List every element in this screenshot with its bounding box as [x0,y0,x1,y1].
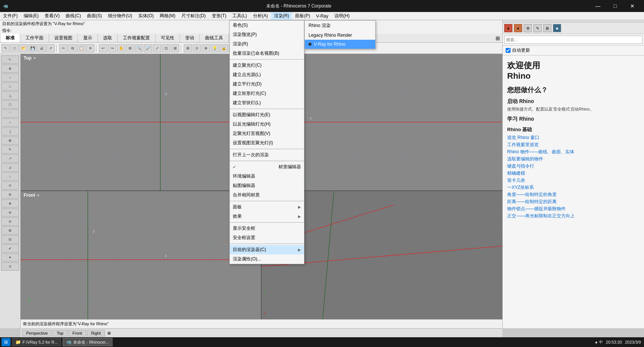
tool-zoom-win[interactable]: ⊞ [126,44,134,52]
menu-subd[interactable]: 细分物件(U) [105,12,135,20]
menu-panels[interactable]: 面板 ▶ [230,202,304,212]
tool-lock[interactable]: 🔒 [220,44,228,52]
menu-analyze[interactable]: 分析(A) [250,12,271,20]
close-button[interactable]: ✕ [624,0,641,12]
left-tool-18[interactable]: ⊜ [1,208,19,217]
tool-paste[interactable]: 📋 [77,44,85,52]
left-tool-6[interactable]: ⬡ [1,100,19,109]
menu-tools[interactable]: 工具(L) [229,12,250,20]
left-tool-19[interactable]: ⊝ [1,217,19,226]
tab-select[interactable]: 选取 [98,34,118,42]
menu-effects[interactable]: 效果 ▶ [230,212,304,221]
menu-surface[interactable]: 曲面(S) [84,12,105,20]
right-panel-search-input[interactable] [504,36,643,44]
link-rhino-objects[interactable]: Rhino 物件——曲线、曲面、实体 [507,149,640,155]
left-tool-4[interactable]: □ [1,82,19,91]
menu-render-now[interactable]: 渲染(R) [230,39,304,49]
tool-select[interactable]: ↖ [1,44,10,52]
submenu-rhino-render[interactable]: Rhino 渲染 [305,21,375,31]
rp-icon-3[interactable]: ⚙ [524,24,532,32]
link-xyz[interactable]: 一XYZ坐标系 [507,184,640,191]
link-precise[interactable]: 精确建模 [507,170,640,176]
tool-zoom-out[interactable]: 🔎 [144,44,152,52]
menu-current-renderer[interactable]: 目前的渲染器(C) ▶ [230,245,304,254]
left-tool-24[interactable]: ⛭ [1,262,19,271]
menu-open-last-render[interactable]: 打开上一次的渲染 [230,150,304,160]
vp-tab-perspective[interactable]: Perspective [22,330,52,337]
tool-redo[interactable]: ↪ [108,44,116,52]
link-keyboard[interactable]: 键盘与指令行 [507,163,640,169]
menu-dim[interactable]: 尺寸标注(D) [178,12,209,20]
menu-material-editor[interactable]: 材质编辑器 [230,162,304,172]
menu-vray[interactable]: V-Ray [313,13,331,19]
menu-texture-editor[interactable]: 贴图编辑器 [230,181,304,190]
vp-tab-add-icon[interactable]: ⊕ [106,330,112,337]
vp-tab-right[interactable]: Right [87,330,105,337]
menu-transform[interactable]: 变形(T) [209,12,229,20]
left-tool-3[interactable]: ○ [1,73,19,82]
tool-undo[interactable]: ↩ [99,44,107,52]
submenu-legacy-render[interactable]: Legacy Rhino Render [305,31,375,40]
maximize-button[interactable]: □ [607,0,624,12]
auto-update-checkbox[interactable] [506,48,511,53]
rp-icon-1[interactable]: ● [504,24,512,32]
tool-light[interactable]: 💡 [211,44,219,52]
link-angle[interactable]: 角度——绘制特定的角度 [507,191,640,198]
menu-safebox-settings[interactable]: 安全框设置 [230,233,304,242]
tab-visibility[interactable]: 可见性 [156,34,180,42]
tab-standard[interactable]: 标准 [0,34,20,42]
menu-render-properties[interactable]: 渲染属性(O)... [230,254,304,264]
viewport-front[interactable]: x y x y Front ▼ [21,191,262,328]
rp-icon-5[interactable]: ⊞ [543,24,551,32]
left-tool-5[interactable]: △ [1,91,19,100]
left-tool-21[interactable]: ⊟ [1,235,19,244]
panel-toggle-icon[interactable]: ⊞ [493,35,502,41]
minimize-button[interactable]: — [589,0,607,12]
tool-copy[interactable]: ⧉ [68,44,76,52]
submenu-vray[interactable]: V-Ray for Rhino [305,40,375,49]
tab-setview[interactable]: 设置视图 [49,34,78,42]
rp-icon-4[interactable]: ✎ [533,24,542,32]
menu-merge-materials[interactable]: 合并相同材质 [230,190,304,200]
left-tool-23[interactable]: ✦ [1,253,19,262]
link-cartesian[interactable]: 笛卡儿坐 [507,177,640,184]
rp-icon-2[interactable]: ● [514,24,522,32]
menu-shading[interactable]: 着色(S) [230,21,304,30]
left-tool-15[interactable]: ⊙ [1,181,19,190]
left-tool-20[interactable]: ⊞ [1,226,19,235]
tab-transform[interactable]: 变动 [180,34,200,42]
menu-edit-light-refl[interactable]: 以反光编辑灯光(H) [230,120,304,129]
menu-edit[interactable]: 编辑(E) [21,12,42,20]
menu-show-safebox[interactable]: 显示安全框 [230,224,304,233]
menu-add-tubelight[interactable]: 建立管状灯(L) [230,98,304,108]
menu-add-dirlight[interactable]: 建立平行光(D) [230,79,304,89]
left-tool-9[interactable]: ∫ [1,127,19,136]
tab-workplane[interactable]: 工作平面 [20,34,49,42]
rp-icon-6[interactable]: ■ [553,24,561,32]
tool-zoom-all[interactable]: ⊞ [171,44,179,52]
left-tool-10[interactable]: ⊞ [1,136,19,145]
menu-view-to-spotlight[interactable]: 设置视图至聚光灯(I) [230,138,304,148]
menu-render[interactable]: 渲染(R) [271,12,292,20]
tool-snap[interactable]: ⊙ [193,44,201,52]
link-tour-window[interactable]: 巡览 Rhino 窗口 [507,135,640,141]
tool-zoom-in[interactable]: 🔍 [135,44,143,52]
menu-add-spotlight[interactable]: 建立聚光灯(C) [230,61,304,70]
menu-add-pointlight[interactable]: 建立点光源(L) [230,70,304,79]
tool-print[interactable]: 🖨 [37,44,46,52]
left-tool-1[interactable]: ↖ [1,55,19,64]
left-tool-7[interactable]: ⌒ [1,109,19,118]
menu-batch-render[interactable]: 批量渲染已命名视图(B) [230,49,304,58]
menu-add-rectlight[interactable]: 建立矩形灯光(C) [230,89,304,98]
link-viewport-tour[interactable]: 工作视窗里巡览 [507,142,640,148]
left-tool-16[interactable]: ⊚ [1,190,19,199]
menu-edit-light-view[interactable]: 以视图编辑灯光(E) [230,110,304,120]
tool-save[interactable]: 💾 [28,44,37,52]
menu-help[interactable]: 说明(H) [331,12,353,20]
tool-new[interactable]: □ [10,44,19,52]
left-tool-11[interactable]: ✎ [1,145,19,154]
left-tool-2[interactable]: ⊕ [1,64,19,73]
tool-zoom-ext[interactable]: ⤢ [153,44,161,52]
left-tool-8[interactable]: ~ [1,118,19,127]
tab-display[interactable]: 显示 [78,34,98,42]
